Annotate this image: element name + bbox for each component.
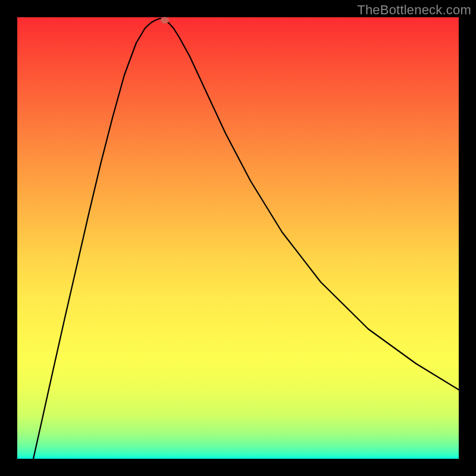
curve-svg [17, 17, 459, 459]
bottleneck-marker [161, 17, 169, 24]
bottleneck-curve [33, 18, 459, 459]
watermark-text: TheBottleneck.com [357, 2, 471, 18]
chart-container: TheBottleneck.com [0, 0, 476, 476]
plot-area [17, 17, 459, 459]
